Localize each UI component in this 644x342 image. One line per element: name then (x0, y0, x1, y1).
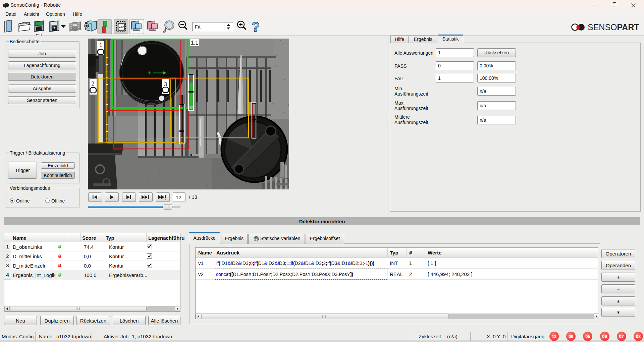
svg-text:ABC: ABC (119, 26, 124, 28)
svg-text:1: 1 (99, 42, 102, 48)
svg-text:2: 2 (91, 81, 94, 87)
svg-text:1.1: 1.1 (191, 40, 198, 46)
svg-text:SENSOPART: SENSOPART (588, 22, 639, 32)
svg-text:?: ? (252, 19, 260, 34)
svg-text:3: 3 (164, 81, 167, 87)
